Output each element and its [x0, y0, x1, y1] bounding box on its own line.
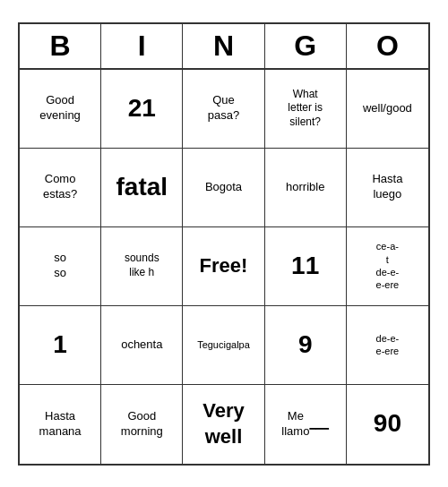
bingo-cell-9: Hastaluego	[347, 149, 428, 227]
bingo-cell-8: horrible	[265, 149, 347, 227]
bingo-cell-18: 9	[265, 306, 347, 385]
bingo-cell-3: Whatletter issilent?	[265, 70, 347, 149]
bingo-cell-16: ochenta	[101, 306, 183, 385]
bingo-cell-0: Goodevening	[20, 70, 101, 149]
bingo-card: BINGO Goodevening21Quepasa?Whatletter is…	[18, 22, 430, 466]
bingo-cell-4: well/good	[347, 70, 428, 149]
bingo-cell-19: de-e-e-ere	[347, 306, 428, 385]
bingo-cell-5: Comoestas?	[20, 149, 101, 227]
header-letter-o: O	[347, 24, 428, 68]
bingo-grid: Goodevening21Quepasa?Whatletter issilent…	[20, 70, 428, 464]
bingo-cell-13: 11	[265, 227, 347, 306]
bingo-cell-15: 1	[20, 306, 101, 385]
header-letter-n: N	[183, 24, 264, 68]
bingo-header: BINGO	[20, 24, 428, 70]
bingo-cell-1: 21	[101, 70, 183, 149]
bingo-cell-14: ce-a-tde-e-e-ere	[347, 227, 428, 306]
bingo-cell-10: soso	[20, 227, 101, 306]
bingo-cell-6: fatal	[101, 149, 183, 227]
bingo-cell-17: Tegucigalpa	[183, 306, 264, 385]
header-letter-i: I	[101, 24, 183, 68]
bingo-cell-22: Verywell	[183, 385, 264, 464]
header-letter-g: G	[265, 24, 347, 68]
bingo-cell-7: Bogota	[183, 149, 264, 227]
bingo-cell-21: Goodmorning	[101, 385, 183, 464]
bingo-cell-20: Hastamanana	[20, 385, 101, 464]
header-letter-b: B	[20, 24, 101, 68]
bingo-cell-12: Free!	[183, 227, 264, 306]
bingo-cell-2: Quepasa?	[183, 70, 264, 149]
bingo-cell-24: 90	[347, 385, 428, 464]
bingo-cell-11: soundslike h	[101, 227, 183, 306]
bingo-cell-23: Mellamo___	[265, 385, 347, 464]
